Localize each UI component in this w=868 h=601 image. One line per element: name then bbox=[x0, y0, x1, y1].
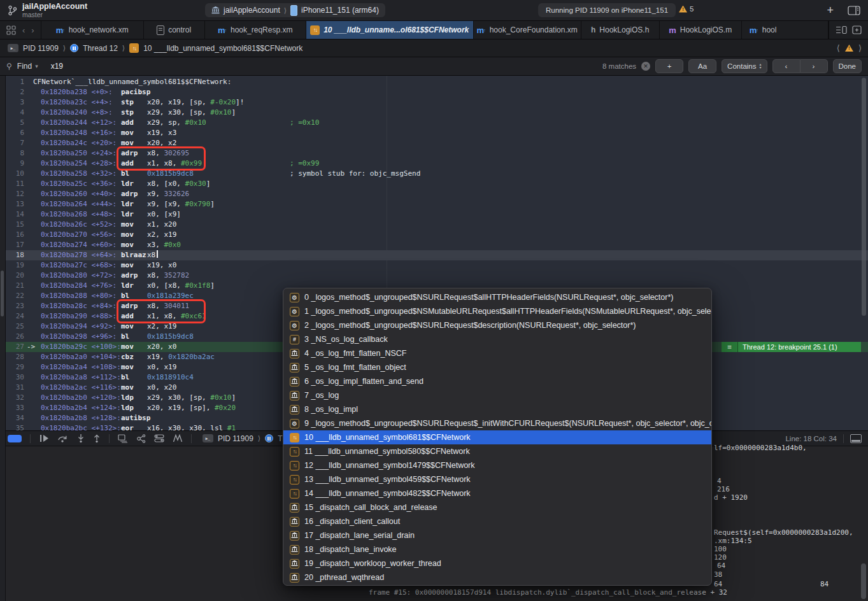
popup-item-15[interactable]: 15 _dispatch_call_block_and_release bbox=[283, 500, 711, 514]
bank-icon bbox=[290, 545, 299, 555]
step-into-icon[interactable] bbox=[77, 434, 85, 443]
new-tab-icon[interactable] bbox=[852, 25, 862, 34]
done-button[interactable]: Done bbox=[833, 59, 862, 73]
code-line-19[interactable]: 190x1820ba27c <+68>:movx19, x0 bbox=[0, 260, 868, 271]
editor-scrollbar[interactable] bbox=[862, 78, 866, 316]
operands: x19, 0x1820ba2ac bbox=[147, 352, 215, 362]
continue-icon[interactable] bbox=[39, 434, 49, 442]
separator bbox=[191, 434, 192, 443]
code-line-3[interactable]: 30x1820ba23c <+4>:stpx20, x19, [sp, #-0x… bbox=[0, 97, 868, 108]
instruction-address: 0x1820ba25c <+36>: bbox=[41, 179, 117, 189]
popup-item-4[interactable]: 4 _os_log_fmt_flatten_NSCF bbox=[283, 346, 711, 360]
popup-item-3[interactable]: #3 _NS_os_log_callback bbox=[283, 332, 711, 346]
popup-item-5[interactable]: 5 _os_log_fmt_flatten_object bbox=[283, 360, 711, 374]
instruction-address: 0x1820ba244 <+12>: bbox=[41, 118, 117, 128]
code-line-4[interactable]: 40x1820ba240 <+8>:stpx29, x30, [sp, #0x1… bbox=[0, 108, 868, 118]
gear-icon: ⚙ bbox=[290, 293, 299, 302]
previous-issue-icon[interactable]: ⟨ bbox=[837, 43, 840, 53]
jumpbar-pid[interactable]: PID 11909 bbox=[23, 44, 59, 53]
code-line-13[interactable]: 130x1820ba264 <+44>:ldrx9, [x9, #0x790] bbox=[0, 199, 868, 209]
find-previous-button[interactable]: ‹ bbox=[772, 59, 800, 73]
popup-item-6[interactable]: 6 _os_log_impl_flatten_and_send bbox=[283, 374, 711, 388]
tab-7[interactable]: mHookLogiOS.m bbox=[660, 21, 742, 39]
jumpbar-thread[interactable]: Thread 12 bbox=[83, 44, 118, 53]
code-line-12[interactable]: 120x1820ba260 <+40>:adrpx9, 332626 bbox=[0, 189, 868, 199]
step-out-icon[interactable] bbox=[93, 434, 101, 443]
popup-item-11[interactable]: ↑↓11 ___lldb_unnamed_symbol580$$CFNetwor… bbox=[283, 444, 711, 458]
add-button[interactable]: + bbox=[827, 4, 834, 17]
operands: x3, #0x0 bbox=[147, 240, 181, 250]
popup-item-10[interactable]: ↑↓10 ___lldb_unnamed_symbol681$$CFNetwor… bbox=[283, 430, 711, 444]
symbol-label: CFNetwork`___lldb_unnamed_symbol681$$CFN… bbox=[33, 77, 231, 87]
popup-item-17[interactable]: 17 _dispatch_lane_serial_drain bbox=[283, 528, 711, 542]
tab-8[interactable]: m↑hool bbox=[742, 21, 829, 39]
match-type-select[interactable]: Contains ▴▾ bbox=[722, 59, 767, 73]
popup-item-13[interactable]: ↑↓13 ___lldb_unnamed_symbol459$$CFNetwor… bbox=[283, 472, 711, 486]
tab-1[interactable]: m↑hook_network.xm bbox=[41, 21, 144, 39]
popup-item-2[interactable]: ⚙2 _logos_method$_ungrouped$NSURLRequest… bbox=[283, 318, 711, 332]
find-mode-dropdown[interactable]: Find▾ bbox=[17, 62, 38, 71]
popup-item-19[interactable]: 19 _dispatch_workloop_worker_thread bbox=[283, 556, 711, 570]
next-issue-icon[interactable]: ⟩ bbox=[858, 43, 862, 53]
code-line-1[interactable]: 1CFNetwork`___lldb_unnamed_symbol681$$CF… bbox=[0, 77, 868, 87]
popup-item-18[interactable]: 18 _dispatch_lane_invoke bbox=[283, 542, 711, 556]
console-scrollbar[interactable] bbox=[861, 563, 866, 599]
memory-graph-icon[interactable] bbox=[136, 434, 146, 443]
breakpoints-toggle-icon[interactable] bbox=[8, 435, 22, 442]
environment-overrides-icon[interactable] bbox=[154, 434, 164, 442]
popup-item-14[interactable]: ↑↓14 ___lldb_unnamed_symbol482$$CFNetwor… bbox=[283, 486, 711, 500]
match-case-button[interactable]: Aa bbox=[688, 59, 716, 73]
find-input[interactable]: x19 bbox=[51, 62, 63, 71]
code-line-20[interactable]: 200x1820ba280 <+72>:adrpx8, 352782 bbox=[0, 271, 868, 281]
clear-search-icon[interactable]: ✕ bbox=[641, 62, 650, 71]
code-line-15[interactable]: 150x1820ba26c <+52>:movx1, x20 bbox=[0, 220, 868, 230]
tab-2[interactable]: control bbox=[144, 21, 205, 39]
code-line-18[interactable]: 180x1820ba278 <+64>:blraazx8 bbox=[0, 250, 868, 260]
code-line-6[interactable]: 60x1820ba248 <+16>:movx19, x3 bbox=[0, 128, 868, 138]
warnings-badge[interactable]: ! 5 bbox=[679, 5, 694, 13]
tab-3[interactable]: m↑hook_reqResp.xm bbox=[205, 21, 306, 39]
tab-5[interactable]: m↑hook_CoreFoundation.xm bbox=[474, 21, 581, 39]
view-hierarchy-icon[interactable] bbox=[118, 434, 128, 443]
popup-item-12[interactable]: ↑↓12 ___lldb_unnamed_symbol1479$$CFNetwo… bbox=[283, 458, 711, 472]
tab-4[interactable]: ↑↓10 ___lldb_unname...ol681$$CFNetwork bbox=[306, 21, 474, 39]
tab-list-icon[interactable] bbox=[836, 25, 847, 34]
popup-item-1[interactable]: ⚙1 _logos_method$_ungrouped$NSMutableURL… bbox=[283, 304, 711, 318]
chevron-down-icon: ▾ bbox=[35, 63, 38, 69]
add-find-option-button[interactable]: + bbox=[655, 59, 683, 73]
instruction-address: 0x1820ba28c <+84>: bbox=[41, 301, 117, 311]
popup-item-9[interactable]: ⚙9 _logos_method$_ungrouped$NSURLRequest… bbox=[283, 416, 711, 430]
popup-item-16[interactable]: 16 _dispatch_client_callout bbox=[283, 514, 711, 528]
step-over-icon[interactable] bbox=[57, 434, 69, 442]
debug-pid[interactable]: PID 11909 bbox=[218, 434, 253, 443]
find-next-button[interactable]: › bbox=[800, 59, 828, 73]
popup-item-0[interactable]: ⚙0 _logos_method$_ungrouped$NSURLRequest… bbox=[283, 290, 711, 304]
edge-scrollbar[interactable] bbox=[1, 271, 4, 316]
code-line-11[interactable]: 110x1820ba25c <+36>:ldrx8, [x0, #0x30] bbox=[0, 179, 868, 189]
popup-item-20[interactable]: 20 _pthread_wqthread bbox=[283, 570, 711, 584]
code-line-5[interactable]: 50x1820ba244 <+12>:addx29, sp, #0x10; =0… bbox=[0, 118, 868, 128]
issue-warning-icon[interactable]: ! bbox=[845, 45, 853, 52]
operands: x8, 352782 bbox=[147, 271, 189, 281]
symbol-jump-popup[interactable]: ⚙0 _logos_method$_ungrouped$NSURLRequest… bbox=[283, 288, 712, 586]
popup-item-7[interactable]: 7 _os_log bbox=[283, 388, 711, 402]
popup-item-8[interactable]: 8 _os_log_impl bbox=[283, 402, 711, 416]
console-panel-icon[interactable] bbox=[850, 434, 862, 443]
tab-6[interactable]: hHookLogiOS.h bbox=[581, 21, 660, 39]
scheme-selector[interactable]: jailAppleAccount ⟩ iPhone11_151 (arm64) bbox=[205, 3, 385, 17]
code-line-2[interactable]: 20x1820ba238 <+0>:pacibsp bbox=[0, 87, 868, 97]
console-text: 120 bbox=[714, 553, 727, 562]
code-line-17[interactable]: 170x1820ba274 <+60>:movx3, #0x0 bbox=[0, 240, 868, 250]
editor-layout-icon[interactable] bbox=[848, 6, 860, 15]
breakpoint-annotation[interactable]: = Thread 12: breakpoint 25.1 (1) bbox=[722, 342, 861, 352]
annotation-menu-icon[interactable]: = bbox=[722, 342, 738, 352]
code-line-16[interactable]: 160x1820ba270 <+56>:movx2, x19 bbox=[0, 230, 868, 240]
back-button[interactable]: ‹ bbox=[22, 25, 25, 35]
simulate-location-icon[interactable] bbox=[173, 434, 183, 442]
tab-overview-icon[interactable] bbox=[6, 25, 16, 35]
jumpbar-symbol[interactable]: 10 ___lldb_unnamed_symbol681$$CFNetwork bbox=[143, 44, 302, 53]
forward-button[interactable]: › bbox=[31, 25, 34, 35]
doc-file-icon bbox=[157, 25, 164, 35]
code-line-14[interactable]: 140x1820ba268 <+48>:ldrx0, [x9] bbox=[0, 209, 868, 220]
source-control-branch-icon bbox=[8, 5, 17, 16]
